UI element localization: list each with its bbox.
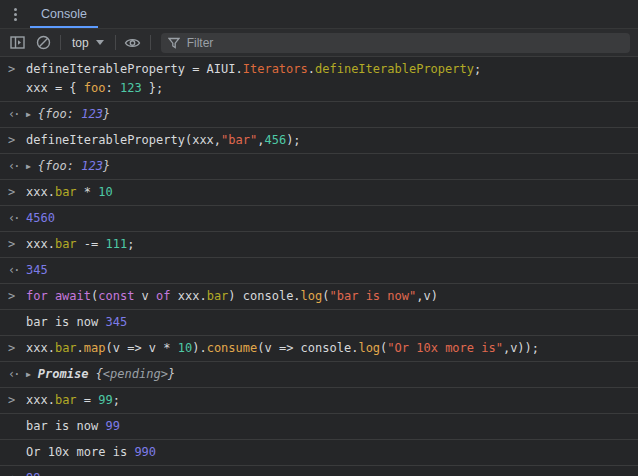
code-token: ,v)); [503,341,539,355]
console-line: Or 10x more is 990 [26,443,630,462]
devtools-window: Console top [0,0,638,476]
code-token: map [84,341,106,355]
filter-input[interactable] [187,36,623,50]
console-row-input: >for await(const v of xxx.bar) console.l… [0,284,638,310]
code-token: 111 [106,237,128,251]
toolbar-divider [150,35,151,50]
console-sidebar-icon [10,36,25,49]
console-row-result: ‹·▶{foo: 123} [0,154,638,180]
console-toolbar: top [0,29,638,57]
input-prompt-icon: > [8,339,26,358]
console-line: defineIterableProperty(xxx,"bar",456); [26,131,630,150]
code-token: 123 [81,159,103,173]
input-prompt-icon: > [8,235,26,254]
code-token: const [98,289,134,303]
code-token: {foo: [38,159,81,173]
console-row-result: ‹·▶Promise {<pending>} [0,362,638,388]
result-value-icon: ‹· [8,469,26,476]
tab-console-label: Console [41,7,87,21]
console-row-content: for await(const v of xxx.bar) console.lo… [26,287,630,306]
code-token: } [168,367,175,381]
console-line: xxx.bar.map(v => v * 10).consume(v => co… [26,339,630,358]
block-icon [36,35,51,50]
console-row-content: defineIterableProperty(xxx,"bar",456); [26,131,630,150]
console-row-result: ‹·▶{foo: 123} [0,102,638,128]
code-token: 990 [134,445,156,459]
code-token: defineIterableProperty(xxx, [26,133,221,147]
input-prompt-icon: > [8,60,26,79]
code-token: 345 [105,315,127,329]
code-token: * [77,185,99,199]
console-row-content: 99 [26,469,630,476]
filter-box[interactable] [161,33,630,53]
code-token: } [103,107,110,121]
code-token: xxx = { [26,81,84,95]
code-token: foo [84,81,106,95]
toggle-console-sidebar-button[interactable] [4,31,30,55]
console-row-content: ▶{foo: 123} [26,105,630,124]
console-row-content: defineIterableProperty = AIUI.Iterators.… [26,60,630,98]
code-token: ) console. [228,289,300,303]
console-line: xxx.bar = 99; [26,391,630,410]
console-line: xxx.bar * 10 [26,183,630,202]
code-token: log [358,341,380,355]
input-prompt-icon: > [8,131,26,150]
code-token: 10 [178,341,192,355]
code-token: 10 [98,185,112,199]
console-messages: >defineIterableProperty = AIUI.Iterators… [0,57,638,476]
code-token: bar is now [26,315,105,329]
result-value-icon: ‹· [8,209,26,228]
code-token: xxx. [26,237,55,251]
code-token: ). [192,341,206,355]
disclosure-triangle-icon[interactable]: ▶ [26,365,31,384]
code-token: defineIterableProperty = AIUI. [26,62,243,76]
console-row-content: bar is now 99 [26,417,630,436]
code-token: of [156,289,170,303]
code-token: "bar" [221,133,257,147]
console-line: xxx.bar -= 111; [26,235,630,254]
disclosure-triangle-icon[interactable]: ▶ [26,105,31,124]
code-token: ); [286,133,300,147]
code-token: "Or 10x more is" [387,341,503,355]
toolbar-divider [60,35,61,50]
console-line: 99 [26,469,630,476]
javascript-context-selector[interactable]: top [65,36,111,50]
code-token: } [103,159,110,173]
console-row-content: bar is now 345 [26,313,630,332]
code-token: (v => v * [106,341,178,355]
code-token: (v => console. [257,341,358,355]
code-token: Promise [38,367,96,381]
code-token: ,v) [416,289,438,303]
code-token: bar [55,185,77,199]
code-token: bar is now [26,419,105,433]
console-row-log: bar is now 99 [0,414,638,440]
clear-console-button[interactable] [30,31,56,55]
console-line: ▶{foo: 123} [26,105,630,124]
create-live-expression-button[interactable] [120,31,146,55]
console-row-input: >xxx.bar * 10 [0,180,638,206]
code-token: consume [207,341,258,355]
console-row-input: >xxx.bar.map(v => v * 10).consume(v => c… [0,336,638,362]
console-line: ▶{foo: 123} [26,157,630,176]
customize-devtools-button[interactable] [0,0,30,28]
code-token: Iterators [243,62,308,76]
code-token: xxx. [26,341,55,355]
toolbar-divider [115,35,116,50]
console-line: for await(const v of xxx.bar) console.lo… [26,287,630,306]
console-row-log: bar is now 345 [0,310,638,336]
console-row-content: ▶{foo: 123} [26,157,630,176]
code-token: defineIterableProperty [315,62,474,76]
disclosure-triangle-icon[interactable]: ▶ [26,157,31,176]
console-row-content: xxx.bar.map(v => v * 10).consume(v => co… [26,339,630,358]
console-row-input: >defineIterableProperty(xxx,"bar",456); [0,128,638,154]
input-prompt-icon: > [8,391,26,410]
result-value-icon: ‹· [8,105,26,124]
console-line: defineIterableProperty = AIUI.Iterators.… [26,60,630,79]
console-row-content: xxx.bar -= 111; [26,235,630,254]
code-token: ( [322,289,329,303]
code-token: 123 [120,81,142,95]
code-token: 345 [26,263,48,277]
code-token: xxx. [26,185,55,199]
tab-console[interactable]: Console [30,0,98,28]
console-line: 4560 [26,209,630,228]
